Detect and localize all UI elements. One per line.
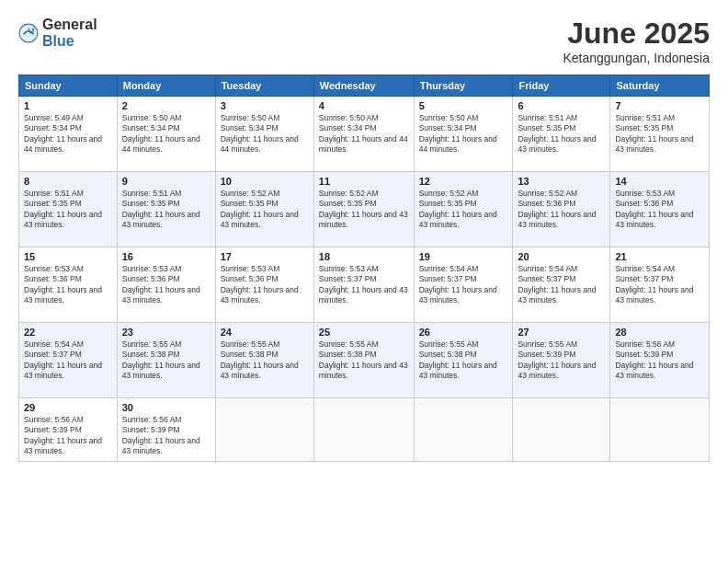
header: General Blue June 2025 Ketanggungan, Ind… <box>18 17 710 65</box>
day-number: 6 <box>518 100 605 111</box>
day-number: 3 <box>221 100 309 111</box>
calendar-cell: 25Sunrise: 5:55 AMSunset: 5:38 PMDayligh… <box>313 323 414 398</box>
day-number: 13 <box>518 176 605 187</box>
logo: General Blue <box>18 17 97 49</box>
day-info: Sunrise: 5:50 AMSunset: 5:34 PMDaylight:… <box>319 113 409 155</box>
day-number: 28 <box>615 327 704 338</box>
calendar-cell: 12Sunrise: 5:52 AMSunset: 5:35 PMDayligh… <box>414 172 513 247</box>
calendar-cell: 3Sunrise: 5:50 AMSunset: 5:34 PMDaylight… <box>215 97 313 172</box>
calendar-cell: 15Sunrise: 5:53 AMSunset: 5:36 PMDayligh… <box>19 247 118 323</box>
calendar-cell: 9Sunrise: 5:51 AMSunset: 5:35 PMDaylight… <box>117 172 215 247</box>
day-info: Sunrise: 5:53 AMSunset: 5:36 PMDaylight:… <box>24 264 112 306</box>
day-info: Sunrise: 5:53 AMSunset: 5:36 PMDaylight:… <box>122 264 210 306</box>
calendar-cell: 20Sunrise: 5:54 AMSunset: 5:37 PMDayligh… <box>513 247 610 323</box>
day-number: 5 <box>419 100 508 111</box>
day-info: Sunrise: 5:52 AMSunset: 5:35 PMDaylight:… <box>419 189 508 231</box>
calendar-cell: 6Sunrise: 5:51 AMSunset: 5:35 PMDaylight… <box>513 97 610 172</box>
day-info: Sunrise: 5:52 AMSunset: 5:35 PMDaylight:… <box>221 189 309 231</box>
calendar-cell: 4Sunrise: 5:50 AMSunset: 5:34 PMDaylight… <box>313 97 414 172</box>
day-number: 10 <box>221 176 309 187</box>
day-info: Sunrise: 5:51 AMSunset: 5:35 PMDaylight:… <box>122 189 210 231</box>
logo-general: General <box>42 17 97 33</box>
calendar-table: SundayMondayTuesdayWednesdayThursdayFrid… <box>18 75 710 462</box>
day-info: Sunrise: 5:50 AMSunset: 5:34 PMDaylight:… <box>122 113 210 155</box>
day-info: Sunrise: 5:51 AMSunset: 5:35 PMDaylight:… <box>24 189 112 231</box>
day-number: 14 <box>615 176 704 187</box>
calendar-cell: 30Sunrise: 5:56 AMSunset: 5:39 PMDayligh… <box>117 398 215 462</box>
day-info: Sunrise: 5:53 AMSunset: 5:36 PMDaylight:… <box>221 264 309 306</box>
day-info: Sunrise: 5:54 AMSunset: 5:37 PMDaylight:… <box>615 264 704 306</box>
day-info: Sunrise: 5:50 AMSunset: 5:34 PMDaylight:… <box>221 113 309 155</box>
day-info: Sunrise: 5:53 AMSunset: 5:37 PMDaylight:… <box>319 264 409 306</box>
day-info: Sunrise: 5:52 AMSunset: 5:36 PMDaylight:… <box>518 189 605 231</box>
day-number: 30 <box>122 402 210 413</box>
day-info: Sunrise: 5:49 AMSunset: 5:34 PMDaylight:… <box>24 113 112 155</box>
day-info: Sunrise: 5:54 AMSunset: 5:37 PMDaylight:… <box>419 264 508 306</box>
day-number: 9 <box>122 176 210 187</box>
day-info: Sunrise: 5:51 AMSunset: 5:35 PMDaylight:… <box>518 113 605 155</box>
day-number: 22 <box>24 327 112 338</box>
day-info: Sunrise: 5:56 AMSunset: 5:39 PMDaylight:… <box>122 415 210 457</box>
page: General Blue June 2025 Ketanggungan, Ind… <box>0 0 728 563</box>
day-number: 15 <box>24 251 112 262</box>
day-info: Sunrise: 5:56 AMSunset: 5:39 PMDaylight:… <box>615 339 704 382</box>
day-info: Sunrise: 5:55 AMSunset: 5:38 PMDaylight:… <box>122 339 210 382</box>
calendar-cell: 26Sunrise: 5:55 AMSunset: 5:38 PMDayligh… <box>414 323 513 398</box>
calendar-cell: 11Sunrise: 5:52 AMSunset: 5:35 PMDayligh… <box>313 172 414 247</box>
day-header-wednesday: Wednesday <box>313 75 414 97</box>
day-number: 17 <box>221 251 309 262</box>
day-info: Sunrise: 5:51 AMSunset: 5:35 PMDaylight:… <box>615 113 704 155</box>
day-header-saturday: Saturday <box>610 75 710 97</box>
day-number: 18 <box>319 251 409 262</box>
day-info: Sunrise: 5:52 AMSunset: 5:35 PMDaylight:… <box>319 189 409 231</box>
day-number: 7 <box>615 100 704 111</box>
day-header-friday: Friday <box>513 75 610 97</box>
day-number: 8 <box>24 176 112 187</box>
calendar-cell: 23Sunrise: 5:55 AMSunset: 5:38 PMDayligh… <box>117 323 215 398</box>
title-area: June 2025 Ketanggungan, Indonesia <box>563 17 710 65</box>
day-info: Sunrise: 5:54 AMSunset: 5:37 PMDaylight:… <box>518 264 605 306</box>
calendar-cell: 10Sunrise: 5:52 AMSunset: 5:35 PMDayligh… <box>215 172 313 247</box>
month-title: June 2025 <box>563 17 710 51</box>
day-info: Sunrise: 5:55 AMSunset: 5:38 PMDaylight:… <box>319 339 409 382</box>
calendar-week-2: 8Sunrise: 5:51 AMSunset: 5:35 PMDaylight… <box>19 172 710 247</box>
day-info: Sunrise: 5:55 AMSunset: 5:39 PMDaylight:… <box>518 339 605 382</box>
calendar-cell <box>513 398 610 462</box>
day-number: 23 <box>122 327 210 338</box>
calendar-week-4: 22Sunrise: 5:54 AMSunset: 5:37 PMDayligh… <box>19 323 710 398</box>
calendar-cell: 24Sunrise: 5:55 AMSunset: 5:38 PMDayligh… <box>215 323 313 398</box>
calendar-week-5: 29Sunrise: 5:56 AMSunset: 5:39 PMDayligh… <box>19 398 710 462</box>
calendar-cell: 13Sunrise: 5:52 AMSunset: 5:36 PMDayligh… <box>513 172 610 247</box>
day-info: Sunrise: 5:54 AMSunset: 5:37 PMDaylight:… <box>24 339 112 382</box>
svg-point-0 <box>19 24 38 42</box>
calendar-cell: 17Sunrise: 5:53 AMSunset: 5:36 PMDayligh… <box>215 247 313 323</box>
calendar-cell: 29Sunrise: 5:56 AMSunset: 5:39 PMDayligh… <box>19 398 118 462</box>
day-header-sunday: Sunday <box>19 75 118 97</box>
logo-blue: Blue <box>42 33 97 50</box>
day-number: 26 <box>419 327 508 338</box>
calendar-cell: 21Sunrise: 5:54 AMSunset: 5:37 PMDayligh… <box>610 247 710 323</box>
calendar-header-row: SundayMondayTuesdayWednesdayThursdayFrid… <box>19 75 710 97</box>
day-header-thursday: Thursday <box>414 75 513 97</box>
day-number: 16 <box>122 251 210 262</box>
calendar-cell: 22Sunrise: 5:54 AMSunset: 5:37 PMDayligh… <box>19 323 118 398</box>
day-number: 29 <box>24 402 112 413</box>
day-info: Sunrise: 5:56 AMSunset: 5:39 PMDaylight:… <box>24 415 112 457</box>
calendar-cell <box>313 398 414 462</box>
calendar-cell <box>610 398 710 462</box>
day-number: 27 <box>518 327 605 338</box>
day-number: 25 <box>319 327 409 338</box>
logo-icon <box>18 23 39 43</box>
calendar-cell: 5Sunrise: 5:50 AMSunset: 5:34 PMDaylight… <box>414 97 513 172</box>
day-info: Sunrise: 5:55 AMSunset: 5:38 PMDaylight:… <box>221 339 309 382</box>
calendar-cell: 16Sunrise: 5:53 AMSunset: 5:36 PMDayligh… <box>117 247 215 323</box>
day-number: 11 <box>319 176 409 187</box>
calendar-cell: 8Sunrise: 5:51 AMSunset: 5:35 PMDaylight… <box>19 172 118 247</box>
calendar-cell: 28Sunrise: 5:56 AMSunset: 5:39 PMDayligh… <box>610 323 710 398</box>
calendar-cell: 19Sunrise: 5:54 AMSunset: 5:37 PMDayligh… <box>414 247 513 323</box>
day-header-monday: Monday <box>117 75 215 97</box>
day-info: Sunrise: 5:53 AMSunset: 5:36 PMDaylight:… <box>615 189 704 231</box>
day-number: 20 <box>518 251 605 262</box>
day-number: 4 <box>319 100 409 111</box>
day-number: 2 <box>122 100 210 111</box>
